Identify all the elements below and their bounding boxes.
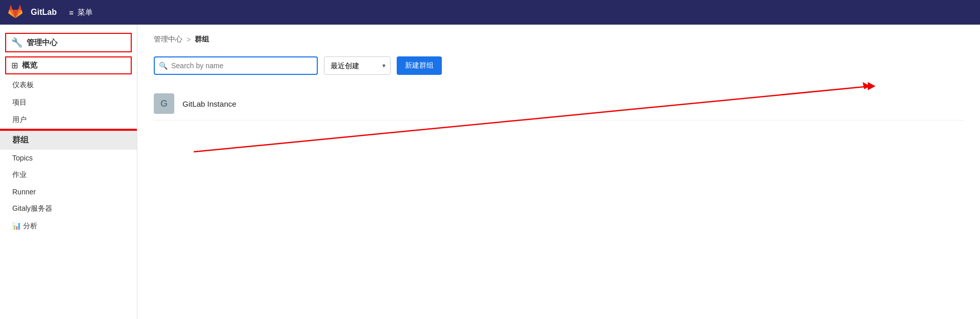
sidebar-item-analytics[interactable]: 📊 分析 [0, 217, 137, 235]
menu-button[interactable]: ≡ 菜单 [69, 8, 93, 17]
sidebar: 🔧 管理中心 ⊞ 概览 仪表板 项目 用户 群组 Topics 作业 Runne… [0, 25, 137, 319]
search-input[interactable] [154, 56, 318, 75]
sidebar-item-overview[interactable]: ⊞ 概览 [5, 56, 132, 74]
sidebar-item-topics[interactable]: Topics [0, 150, 137, 166]
hamburger-icon: ≡ [69, 8, 74, 17]
group-avatar: G [154, 93, 174, 114]
sidebar-item-groups[interactable]: 群组 [0, 131, 137, 150]
sidebar-item-admin[interactable]: 🔧 管理中心 [5, 33, 132, 52]
sidebar-item-dashboard[interactable]: 仪表板 [0, 76, 137, 94]
sidebar-items-list: 仪表板 项目 用户 群组 Topics 作业 Runner Gitaly服务器 … [0, 76, 137, 235]
sidebar-item-gitaly[interactable]: Gitaly服务器 [0, 200, 137, 217]
breadcrumb-separator: > [187, 35, 191, 44]
gitlab-logo[interactable] [8, 5, 23, 19]
search-wrapper: 🔍 [154, 56, 318, 75]
sidebar-admin-label: 管理中心 [27, 38, 57, 48]
sidebar-item-runner[interactable]: Runner [0, 184, 137, 200]
analytics-icon: 📊 [12, 222, 21, 230]
new-group-button[interactable]: 新建群组 [397, 56, 442, 75]
sidebar-item-users[interactable]: 用户 [0, 111, 137, 129]
toolbar: 🔍 最近创建 名称升序 名称降序 ▾ 新建群组 [154, 56, 964, 75]
group-name: GitLab Instance [182, 99, 236, 108]
sidebar-analytics-label: 分析 [23, 222, 37, 230]
brand-name: GitLab [31, 8, 57, 17]
wrench-icon: 🔧 [11, 37, 23, 48]
grid-icon: ⊞ [11, 61, 18, 70]
group-item[interactable]: G GitLab Instance [154, 87, 964, 121]
breadcrumb-current: 群组 [195, 35, 209, 44]
sidebar-overview-label: 概览 [22, 61, 37, 70]
content-area: 管理中心 > 群组 🔍 最近创建 名称升序 名称降序 ▾ 新建群组 G [137, 25, 980, 319]
sort-wrapper: 最近创建 名称升序 名称降序 ▾ [324, 56, 391, 75]
top-navigation: GitLab ≡ 菜单 [0, 0, 980, 25]
menu-label: 菜单 [77, 8, 93, 17]
sidebar-item-jobs[interactable]: 作业 [0, 166, 137, 184]
sidebar-item-projects[interactable]: 项目 [0, 94, 137, 111]
breadcrumb-parent: 管理中心 [154, 35, 182, 44]
sort-select[interactable]: 最近创建 名称升序 名称降序 [324, 56, 391, 75]
search-icon: 🔍 [159, 62, 168, 70]
breadcrumb: 管理中心 > 群组 [154, 35, 964, 44]
